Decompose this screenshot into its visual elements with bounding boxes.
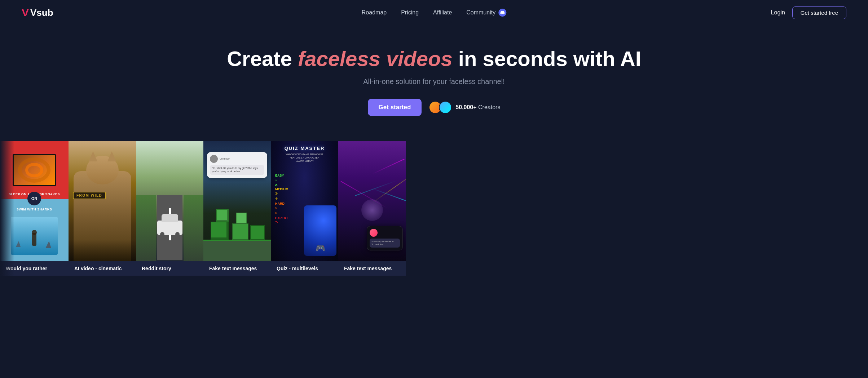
from-wild-badge: FROM WILD: [73, 192, 106, 199]
logo-text: Vsub: [30, 7, 53, 18]
card-visual: SLEEP ON A BED OF SNAKES OR SWIM WITH SH…: [0, 141, 69, 261]
card-quiz[interactable]: QUIZ MASTER WHICH VIDEO GAME FRANCHISEFE…: [271, 141, 338, 276]
discord-icon: [498, 9, 506, 17]
card-label: Quiz - multilevels: [271, 261, 338, 276]
community-label: Community: [466, 9, 495, 16]
login-button[interactable]: Login: [771, 9, 785, 16]
quiz-title: QUIZ MASTER: [271, 146, 338, 151]
logo-v-icon: V: [22, 6, 29, 19]
creator-avatars: [429, 101, 452, 114]
card-content: SLEEP ON A BED OF SNAKES OR SWIM WITH SH…: [0, 141, 69, 261]
card-visual: FROM WILD: [69, 141, 136, 261]
card-fake-text[interactable]: Unknown Yo, what did you do to my girl? …: [203, 141, 271, 276]
hero-cta: Get started 50,000+ Creators: [7, 99, 861, 116]
card-label: AI video - cinematic: [69, 261, 136, 276]
headline-highlight: faceless videos: [298, 47, 453, 70]
logo[interactable]: V Vsub: [22, 6, 53, 19]
creators-info: 50,000+ Creators: [429, 101, 500, 114]
card-label: Reddit story: [136, 261, 203, 276]
navbar: V Vsub Roadmap Pricing Affiliate Communi…: [0, 0, 868, 25]
card-cinematic[interactable]: FROM WILD AI video - cinematic: [69, 141, 136, 276]
difficulty-list: EASY 1- 2- MEDIUM 3- 4- HARD 5- 6- EXPER…: [275, 174, 288, 224]
card-label: Fake text messages: [338, 261, 406, 276]
card-would-rather[interactable]: SLEEP ON A BED OF SNAKES OR SWIM WITH SH…: [0, 141, 69, 276]
card-label: Would you rather: [0, 261, 69, 276]
hero-headline: Create faceless videos in seconds with A…: [7, 47, 861, 71]
creators-count-text: 50,000+ Creators: [455, 104, 500, 111]
hero-section: Create faceless videos in seconds with A…: [0, 25, 868, 130]
card-reddit[interactable]: Reddit story: [136, 141, 203, 276]
avatar: [439, 101, 452, 114]
cta-get-started-button[interactable]: Get started: [368, 99, 422, 116]
video-grid-wrapper: SLEEP ON A BED OF SNAKES OR SWIM WITH SH…: [0, 130, 868, 276]
card-visual: [136, 141, 203, 261]
headline-suffix: in seconds with AI: [453, 47, 641, 70]
hero-subtitle: All-in-one solution for your faceless ch…: [7, 77, 861, 86]
nav-roadmap[interactable]: Roadmap: [362, 9, 387, 16]
quiz-question: WHICH VIDEO GAME FRANCHISEFEATURES A CHA…: [274, 153, 335, 163]
headline-prefix: Create: [227, 47, 298, 70]
card-label: Fake text messages: [203, 261, 271, 276]
card-visual: QUIZ MASTER WHICH VIDEO GAME FRANCHISEFE…: [271, 141, 338, 261]
card-visual: Unknown Yo, what did you do to my girl? …: [203, 141, 271, 261]
nav-actions: Login Get started free: [771, 6, 846, 19]
card-visual: Stiefsohn, ich stecke im Schrank fest.: [338, 141, 406, 261]
or-circle: OR: [27, 192, 41, 205]
video-grid: SLEEP ON A BED OF SNAKES OR SWIM WITH SH…: [0, 130, 868, 276]
nav-pricing[interactable]: Pricing: [401, 9, 419, 16]
nav-community[interactable]: Community: [466, 9, 506, 17]
nav-links: Roadmap Pricing Affiliate Community: [362, 9, 506, 17]
get-started-free-button[interactable]: Get started free: [792, 6, 846, 19]
nav-affiliate[interactable]: Affiliate: [433, 9, 452, 16]
swim-sharks-text: SWIM WITH SHARKS: [0, 208, 69, 211]
card-fake-text2[interactable]: Stiefsohn, ich stecke im Schrank fest. F…: [338, 141, 406, 276]
